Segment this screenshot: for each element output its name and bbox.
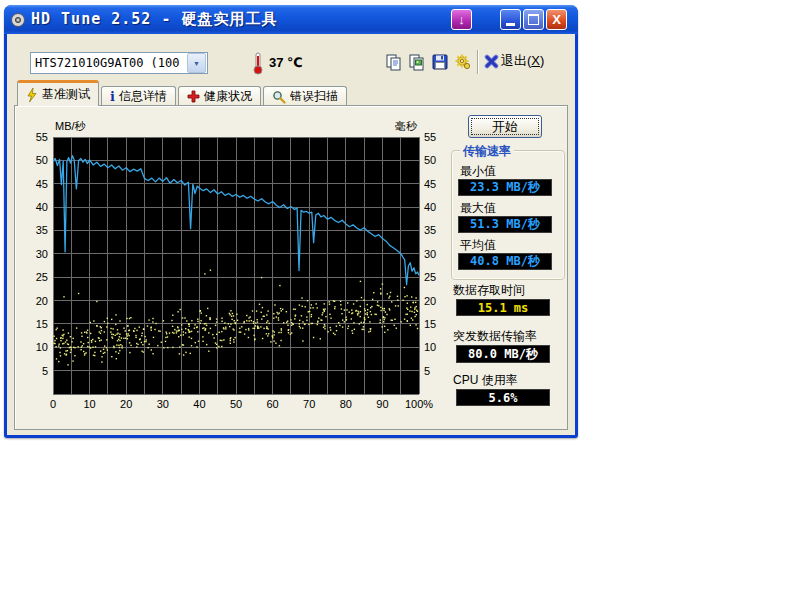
transfer-rate-group: 传输速率 最小值 23.3 MB/秒 最大值 51.3 MB/秒 平均值 40.… [451,150,565,280]
toolbar-separator [477,50,479,74]
access-time-value: 15.1 ms [456,299,550,316]
client-area: HTS721010G9AT00 (100 GB) ▼ 37 ℃ [7,34,575,435]
svg-text:MB/秒: MB/秒 [55,120,87,132]
svg-text:15: 15 [424,318,436,330]
error-scan-icon [272,90,286,104]
svg-text:45: 45 [36,178,48,190]
burst-rate-value: 80.0 MB/秒 [456,345,550,363]
svg-text:40: 40 [424,201,436,213]
svg-text:40: 40 [36,201,48,213]
svg-text:60: 60 [266,398,278,410]
start-button[interactable]: 开始 [468,115,542,138]
drive-select[interactable]: HTS721010G9AT00 (100 GB) ▼ [30,52,208,74]
svg-text:35: 35 [36,224,48,236]
window-title: HD Tune 2.52 - 硬盘实用工具 [31,10,277,29]
svg-text:0: 0 [50,398,56,410]
svg-text:55: 55 [424,131,436,143]
down-arrow-icon: ↓ [458,13,465,26]
tab-info[interactable]: i 信息详情 [101,86,176,106]
options-icon [454,53,472,71]
svg-text:毫秒: 毫秒 [395,120,418,132]
tab-label: 基准测试 [42,86,90,103]
save-button[interactable] [429,51,451,73]
svg-text:25: 25 [424,271,436,283]
copy-image-icon [408,53,426,71]
exit-button[interactable]: 退出(X) [484,52,544,70]
cpu-usage-value: 5.6% [456,389,550,406]
benchmark-page: MB/秒毫秒5555505045454040353530302525202015… [14,105,568,430]
svg-text:5: 5 [424,365,430,377]
svg-text:30: 30 [157,398,169,410]
avg-label: 平均值 [460,237,496,254]
drive-select-value: HTS721010G9AT00 (100 GB) [31,56,187,70]
svg-text:50: 50 [230,398,242,410]
tab-health[interactable]: 健康状况 [178,86,261,106]
max-label: 最大值 [460,200,496,217]
svg-text:40: 40 [193,398,205,410]
benchmark-chart: MB/秒毫秒5555505045454040353530302525202015… [31,112,451,412]
svg-text:5: 5 [42,365,48,377]
svg-text:45: 45 [424,178,436,190]
min-label: 最小值 [460,163,496,180]
svg-text:30: 30 [36,248,48,260]
avg-value: 40.8 MB/秒 [458,253,552,270]
thermometer-icon [252,51,264,75]
svg-text:55: 55 [36,131,48,143]
tab-benchmark[interactable]: 基准测试 [17,80,99,106]
copy-image-button[interactable] [406,51,428,73]
burst-rate-label: 突发数据传输率 [453,328,537,345]
svg-text:50: 50 [424,154,436,166]
benchmark-icon [26,88,38,102]
copy-button[interactable] [383,51,405,73]
group-title: 传输速率 [460,143,514,160]
svg-text:50: 50 [36,154,48,166]
info-icon: i [110,90,115,103]
tab-error-scan[interactable]: 错误扫描 [263,86,347,106]
chevron-down-icon[interactable]: ▼ [187,53,206,73]
svg-text:35: 35 [424,224,436,236]
svg-text:70: 70 [303,398,315,410]
tab-label: 错误扫描 [290,88,338,105]
app-window: HD Tune 2.52 - 硬盘实用工具 ↓ X HTS721010G9AT0… [4,5,578,438]
cpu-usage-label: CPU 使用率 [453,372,518,389]
max-value: 51.3 MB/秒 [458,216,552,233]
close-icon: X [552,13,561,26]
tab-bar: 基准测试 i 信息详情 健康状况 错误扫描 [17,84,349,106]
svg-text:10: 10 [83,398,95,410]
svg-text:10: 10 [36,341,48,353]
svg-text:90: 90 [376,398,388,410]
min-value: 23.3 MB/秒 [458,179,552,196]
titlebar[interactable]: HD Tune 2.52 - 硬盘实用工具 ↓ X [4,5,578,34]
svg-text:20: 20 [120,398,132,410]
save-icon [431,53,449,71]
svg-text:30: 30 [424,248,436,260]
svg-text:20: 20 [424,295,436,307]
download-overlay-button[interactable]: ↓ [451,9,472,30]
minimize-button[interactable] [500,9,521,30]
copy-icon [385,53,403,71]
svg-text:10: 10 [424,341,436,353]
exit-label: 退出(X) [501,52,544,70]
close-button[interactable]: X [546,9,567,30]
app-icon [10,12,26,28]
tab-label: 健康状况 [204,88,252,105]
options-button[interactable] [452,51,474,73]
svg-text:20: 20 [36,295,48,307]
svg-text:80: 80 [340,398,352,410]
svg-text:25: 25 [36,271,48,283]
svg-text:15: 15 [36,318,48,330]
exit-x-icon [484,54,499,69]
health-icon [187,90,200,103]
temperature-value: 37 ℃ [269,55,303,70]
maximize-button[interactable] [523,9,544,30]
svg-text:100%: 100% [405,398,433,410]
tab-label: 信息详情 [119,88,167,105]
maximize-icon [528,14,539,25]
access-time-label: 数据存取时间 [453,282,525,299]
start-button-label: 开始 [492,118,518,136]
minimize-icon [506,23,515,26]
